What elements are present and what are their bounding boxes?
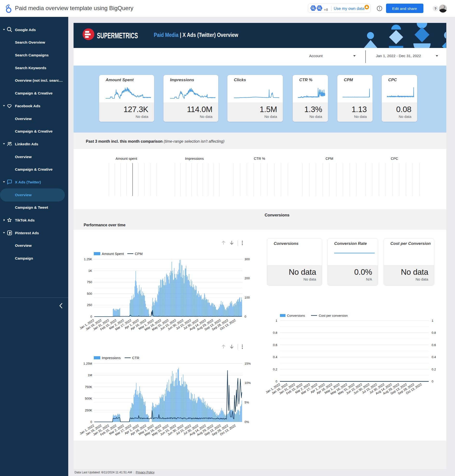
svg-text:500: 500 <box>87 292 92 295</box>
svg-text:CTR: CTR <box>132 356 139 360</box>
svg-text:10%: 10% <box>244 381 251 385</box>
svg-text:1K: 1K <box>88 269 92 273</box>
svg-text:0.4: 0.4 <box>432 355 436 359</box>
svg-text:0.2: 0.2 <box>273 368 277 371</box>
svg-text:15%: 15% <box>244 362 251 365</box>
svg-text:0.6: 0.6 <box>432 343 436 347</box>
svg-text:750: 750 <box>87 280 92 284</box>
svg-text:200: 200 <box>244 277 250 280</box>
svg-text:Cost per conversion: Cost per conversion <box>319 314 348 317</box>
svg-text:300: 300 <box>244 257 250 261</box>
svg-text:0.6: 0.6 <box>273 343 277 347</box>
svg-text:0: 0 <box>244 315 246 318</box>
svg-text:5%: 5% <box>244 401 249 404</box>
svg-text:1.25M: 1.25M <box>83 362 92 365</box>
svg-text:Amount Spent: Amount Spent <box>102 252 124 256</box>
svg-text:1: 1 <box>276 319 277 323</box>
svg-text:500K: 500K <box>85 397 92 400</box>
svg-text:750K: 750K <box>85 385 92 389</box>
svg-text:0%: 0% <box>244 420 249 424</box>
svg-text:100: 100 <box>244 296 250 299</box>
svg-text:CPM: CPM <box>135 252 143 256</box>
svg-text:Impressions: Impressions <box>102 356 121 360</box>
svg-text:0.4: 0.4 <box>273 355 277 359</box>
svg-text:250K: 250K <box>85 409 92 412</box>
svg-text:1M: 1M <box>88 373 92 377</box>
svg-text:1: 1 <box>432 319 433 323</box>
svg-text:0: 0 <box>276 380 277 383</box>
svg-text:250: 250 <box>87 303 92 307</box>
svg-text:0: 0 <box>432 380 433 383</box>
svg-text:0: 0 <box>90 420 92 424</box>
svg-text:Conversions: Conversions <box>287 314 305 317</box>
svg-text:0: 0 <box>90 315 92 318</box>
svg-text:0.8: 0.8 <box>273 331 277 334</box>
svg-text:0.8: 0.8 <box>432 331 436 334</box>
svg-text:1.25K: 1.25K <box>84 257 92 261</box>
svg-text:0.2: 0.2 <box>432 368 436 371</box>
